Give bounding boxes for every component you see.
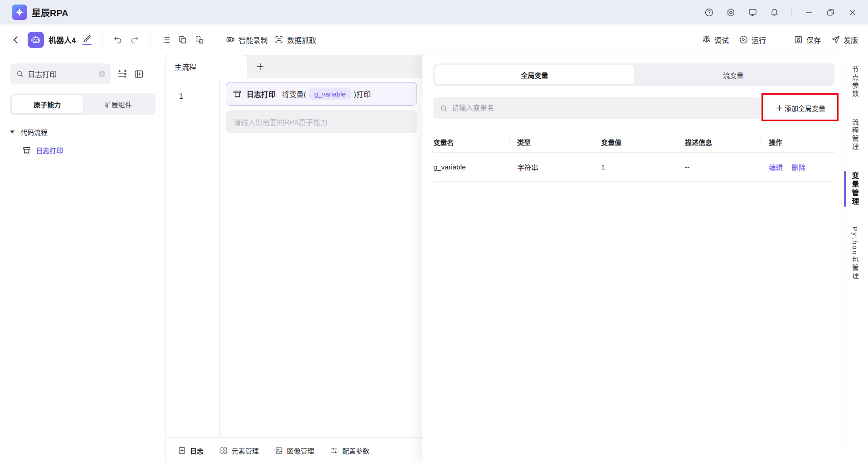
cell-actions: 编辑 删除 [769, 162, 834, 172]
flow-step-log-print[interactable]: 日志打印 将变量( g_variable )打印 [226, 82, 417, 106]
search-icon [440, 104, 448, 112]
paste-icon[interactable] [194, 35, 204, 45]
flow-tabstrip: 主流程 [166, 55, 422, 78]
minimize-icon[interactable] [804, 8, 814, 17]
monitor-icon[interactable] [748, 8, 757, 17]
clear-search-icon[interactable] [98, 70, 106, 78]
bell-icon[interactable] [770, 8, 779, 17]
ability-search-box[interactable] [10, 63, 111, 84]
tab-global-variables[interactable]: 全局变量 [435, 65, 634, 84]
column-header-actions: 操作 [769, 137, 834, 147]
camera-record-icon [226, 35, 235, 44]
smart-record-label: 智能录制 [238, 34, 267, 45]
plus-icon [776, 104, 783, 112]
bottom-tab-element-manage[interactable]: 元素管理 [219, 446, 259, 455]
image-icon [275, 446, 283, 455]
bottom-tab-log[interactable]: 日志 [178, 446, 204, 455]
save-floppy-icon [794, 35, 803, 44]
data-capture-button[interactable]: 数据抓取 [274, 34, 316, 45]
variable-search-input[interactable] [452, 104, 754, 112]
step-text-suffix: )打印 [354, 88, 371, 99]
ability-input-placeholder[interactable]: 请输入您需要的RPA原子能力 [226, 110, 417, 133]
edit-underline [82, 44, 92, 45]
variables-tab-group: 全局变量 流变量 [433, 63, 834, 86]
bottom-tab-label: 配置参数 [342, 446, 369, 455]
tree-group-label: 代码流程 [20, 127, 48, 137]
step-text-prefix: 将变量( [282, 88, 306, 99]
bottom-tab-label: 图像管理 [287, 446, 314, 455]
smart-record-button[interactable]: 智能录制 [226, 34, 267, 45]
tab-main-flow[interactable]: 主流程 [166, 55, 247, 78]
tree-item-log-print[interactable]: 日志打印 [22, 145, 155, 155]
bottom-panel-bar: 日志 元素管理 图像管理 配置参数 [166, 437, 422, 463]
ability-search-input[interactable] [28, 70, 94, 78]
titlebar-divider [791, 7, 792, 17]
list-icon[interactable] [161, 35, 171, 45]
help-icon[interactable] [704, 8, 714, 17]
debug-button[interactable]: 调试 [702, 34, 729, 45]
ability-tree: 代码流程 日志打印 [10, 127, 155, 155]
run-label: 运行 [752, 34, 766, 45]
cell-variable-value: 1 [601, 163, 685, 171]
settings-icon[interactable] [726, 8, 736, 17]
restore-icon[interactable] [826, 8, 835, 17]
atomic-ability-sidebar: 原子能力 扩展组件 代码流程 日志打印 [0, 55, 166, 463]
publish-button[interactable]: 发版 [831, 34, 858, 45]
column-header-name: 变量名 [433, 137, 517, 147]
cell-variable-description: -- [685, 163, 769, 171]
add-flow-tab-button[interactable] [247, 55, 273, 78]
toolbar-divider [215, 34, 215, 46]
row-number: 1 [179, 92, 183, 100]
rail-item-variable-manage[interactable]: 变量管理 [851, 172, 859, 206]
tree-outline-icon[interactable] [117, 69, 127, 79]
run-button[interactable]: 运行 [739, 34, 766, 45]
robot-chip: 机器人4 [28, 32, 76, 48]
cell-variable-type: 字符串 [517, 162, 601, 172]
bottom-tab-image-manage[interactable]: 图像管理 [275, 446, 314, 455]
toolbar-divider [102, 34, 102, 46]
variables-table-header: 变量名 类型 变量值 描述信息 操作 [433, 132, 834, 153]
publish-label: 发版 [844, 34, 858, 45]
step-variable-pill[interactable]: g_variable [309, 88, 351, 100]
add-global-variable-label: 添加全局变量 [785, 103, 825, 113]
tree-item-label: 日志打印 [36, 145, 63, 155]
edit-variable-link[interactable]: 编辑 [769, 164, 783, 172]
column-header-description: 描述信息 [685, 137, 769, 147]
variable-search-box[interactable] [433, 97, 761, 119]
rail-item-flow-manage[interactable]: 流程管理 [851, 119, 858, 151]
delete-variable-link[interactable]: 删除 [791, 164, 805, 172]
debug-label: 调试 [714, 34, 729, 45]
back-button[interactable] [11, 35, 21, 45]
tree-group-code-flow[interactable]: 代码流程 [10, 127, 155, 137]
bug-icon [702, 35, 711, 44]
workspace: 原子能力 扩展组件 代码流程 日志打印 主流程 1 [0, 55, 868, 463]
rail-item-python-package-manage[interactable]: Python包管理 [851, 227, 858, 280]
save-button[interactable]: 保存 [794, 34, 821, 45]
rail-item-node-params[interactable]: 节点参数 [851, 66, 858, 98]
tab-flow-variables[interactable]: 流变量 [634, 65, 833, 84]
play-icon [739, 35, 748, 44]
caret-down-icon [10, 130, 15, 134]
toolbar: 机器人4 智能录制 [0, 24, 868, 55]
column-header-value: 变量值 [601, 137, 685, 147]
copy-icon[interactable] [178, 35, 188, 45]
close-icon[interactable] [848, 8, 857, 17]
tab-atomic-ability[interactable]: 原子能力 [12, 95, 83, 113]
capture-frame-icon [274, 35, 284, 44]
rename-robot-button[interactable] [82, 34, 92, 45]
collapse-panel-icon[interactable] [134, 69, 144, 79]
bottom-tab-config-params[interactable]: 配置参数 [330, 446, 369, 455]
redo-icon[interactable] [130, 35, 140, 45]
flow-canvas: 主流程 1 日志打印 将变量( g_variable )打印 请输入您需要 [166, 55, 422, 463]
app-brand: 星辰RPA [12, 5, 68, 20]
cell-variable-name: g_variable [433, 163, 517, 171]
undo-icon[interactable] [113, 35, 123, 45]
app-title: 星辰RPA [32, 6, 68, 19]
step-name: 日志打印 [247, 88, 276, 99]
variables-panel: 全局变量 流变量 添加全局变量 变量名 [422, 55, 841, 463]
data-capture-label: 数据抓取 [287, 34, 316, 45]
robot-name: 机器人4 [48, 34, 76, 45]
add-global-variable-button[interactable]: 添加全局变量 [766, 97, 834, 119]
tab-extension-components[interactable]: 扩展组件 [83, 95, 154, 113]
search-icon [16, 70, 24, 78]
